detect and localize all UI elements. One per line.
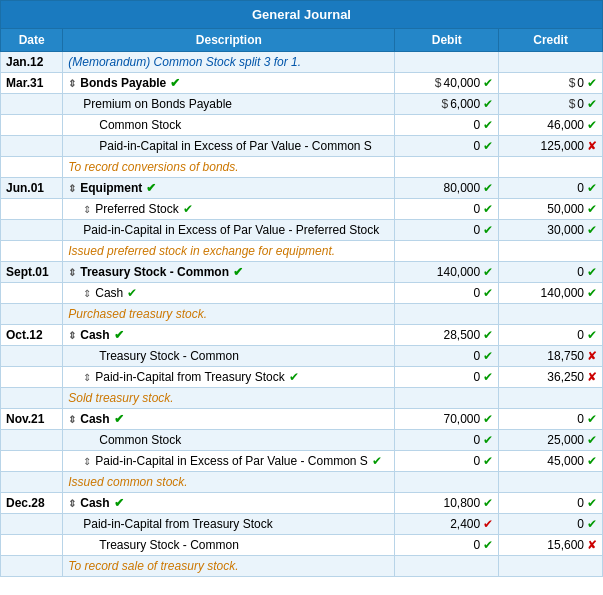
credit-check-icon[interactable]: ✔: [587, 97, 597, 111]
credit-check-icon[interactable]: ✔: [587, 265, 597, 279]
sort-arrows-icon[interactable]: ⇕: [68, 414, 76, 425]
check-icon[interactable]: ✔: [114, 496, 124, 510]
debit-check-icon[interactable]: ✔: [483, 118, 493, 132]
credit-value: 46,000: [547, 118, 584, 132]
credit-check-icon[interactable]: ✔: [587, 517, 597, 531]
check-icon[interactable]: ✔: [289, 370, 299, 384]
debit-value: 0: [473, 433, 480, 447]
credit-value: 0: [577, 265, 584, 279]
credit-check-icon[interactable]: ✔: [587, 412, 597, 426]
table-row: Common Stock0✔25,000✔: [1, 430, 603, 451]
credit-check-icon[interactable]: ✔: [587, 118, 597, 132]
credit-cell: 50,000✔: [499, 199, 603, 220]
sort-arrows-icon[interactable]: ⇕: [83, 372, 91, 383]
sort-arrows-icon[interactable]: ⇕: [83, 288, 91, 299]
debit-cell: 140,000✔: [395, 262, 499, 283]
sort-arrows-icon[interactable]: ⇕: [68, 498, 76, 509]
debit-check-icon[interactable]: ✔: [483, 412, 493, 426]
credit-check-icon[interactable]: ✘: [587, 349, 597, 363]
check-icon[interactable]: ✔: [114, 328, 124, 342]
credit-cell: [499, 388, 603, 409]
debit-value: 28,500: [443, 328, 480, 342]
debit-check-icon[interactable]: ✔: [483, 433, 493, 447]
table-row: Common Stock0✔46,000✔: [1, 115, 603, 136]
table-row: Treasury Stock - Common0✔15,600✘: [1, 535, 603, 556]
check-icon[interactable]: ✔: [127, 286, 137, 300]
debit-value: 0: [473, 202, 480, 216]
debit-cell: 70,000✔: [395, 409, 499, 430]
debit-check-icon[interactable]: ✔: [483, 538, 493, 552]
desc-text: Common Stock: [99, 433, 181, 447]
credit-check-icon[interactable]: ✔: [587, 496, 597, 510]
date-cell: Jan.12: [1, 52, 63, 73]
description-cell: (Memorandum) Common Stock split 3 for 1.: [63, 52, 395, 73]
debit-check-icon[interactable]: ✔: [483, 76, 493, 90]
table-row: ⇕Paid-in-Capital from Treasury Stock✔0✔3…: [1, 367, 603, 388]
desc-text: Bonds Payable: [80, 76, 166, 90]
debit-check-icon[interactable]: ✔: [483, 97, 493, 111]
desc-text: Treasury Stock - Common: [80, 265, 229, 279]
debit-check-icon[interactable]: ✔: [483, 265, 493, 279]
description-cell: Paid-in-Capital in Excess of Par Value -…: [63, 220, 395, 241]
credit-cell: [499, 241, 603, 262]
desc-text: Cash: [80, 328, 109, 342]
description-cell: Purchased treasury stock.: [63, 304, 395, 325]
table-row: ⇕Cash✔0✔140,000✔: [1, 283, 603, 304]
credit-check-icon[interactable]: ✘: [587, 139, 597, 153]
debit-cell: [395, 304, 499, 325]
check-icon[interactable]: ✔: [170, 76, 180, 90]
date-cell: [1, 430, 63, 451]
check-icon[interactable]: ✔: [146, 181, 156, 195]
debit-cell: [395, 556, 499, 577]
date-cell: [1, 346, 63, 367]
debit-check-icon[interactable]: ✔: [483, 139, 493, 153]
desc-text: Treasury Stock - Common: [99, 538, 239, 552]
credit-check-icon[interactable]: ✔: [587, 181, 597, 195]
debit-check-icon[interactable]: ✔: [483, 202, 493, 216]
sort-arrows-icon[interactable]: ⇕: [83, 204, 91, 215]
sort-arrows-icon[interactable]: ⇕: [68, 267, 76, 278]
debit-check-icon[interactable]: ✔: [483, 223, 493, 237]
credit-cell: 15,600✘: [499, 535, 603, 556]
credit-cell: 0✔: [499, 262, 603, 283]
check-icon[interactable]: ✔: [183, 202, 193, 216]
sort-arrows-icon[interactable]: ⇕: [68, 183, 76, 194]
credit-check-icon[interactable]: ✔: [587, 286, 597, 300]
debit-check-icon[interactable]: ✔: [483, 454, 493, 468]
check-icon[interactable]: ✔: [233, 265, 243, 279]
credit-cell: 0✔: [499, 325, 603, 346]
desc-text: Paid-in-Capital in Excess of Par Value -…: [95, 454, 368, 468]
credit-check-icon[interactable]: ✘: [587, 538, 597, 552]
debit-check-icon[interactable]: ✔: [483, 349, 493, 363]
credit-check-icon[interactable]: ✔: [587, 76, 597, 90]
table-row: Dec.28⇕Cash✔10,800✔0✔: [1, 493, 603, 514]
credit-cell: 140,000✔: [499, 283, 603, 304]
debit-cell: 80,000✔: [395, 178, 499, 199]
debit-check-icon[interactable]: ✔: [483, 286, 493, 300]
date-cell: [1, 220, 63, 241]
sort-arrows-icon[interactable]: ⇕: [68, 330, 76, 341]
desc-text: Common Stock: [99, 118, 181, 132]
sort-arrows-icon[interactable]: ⇕: [68, 78, 76, 89]
debit-check-icon[interactable]: ✔: [483, 370, 493, 384]
sort-arrows-icon[interactable]: ⇕: [83, 456, 91, 467]
debit-cell: 2,400✔: [395, 514, 499, 535]
check-icon[interactable]: ✔: [114, 412, 124, 426]
check-icon[interactable]: ✔: [372, 454, 382, 468]
credit-check-icon[interactable]: ✔: [587, 223, 597, 237]
credit-check-icon[interactable]: ✔: [587, 328, 597, 342]
debit-check-icon[interactable]: ✔: [483, 517, 493, 531]
credit-check-icon[interactable]: ✔: [587, 202, 597, 216]
table-row: Oct.12⇕Cash✔28,500✔0✔: [1, 325, 603, 346]
description-cell: ⇕Cash✔: [63, 325, 395, 346]
debit-check-icon[interactable]: ✔: [483, 496, 493, 510]
credit-check-icon[interactable]: ✔: [587, 454, 597, 468]
debit-value: 0: [473, 223, 480, 237]
credit-check-icon[interactable]: ✔: [587, 433, 597, 447]
credit-cell: $0✔: [499, 94, 603, 115]
debit-check-icon[interactable]: ✔: [483, 328, 493, 342]
credit-check-icon[interactable]: ✘: [587, 370, 597, 384]
credit-cell: 0✔: [499, 178, 603, 199]
journal-body: Jan.12(Memorandum) Common Stock split 3 …: [1, 52, 603, 577]
debit-check-icon[interactable]: ✔: [483, 181, 493, 195]
